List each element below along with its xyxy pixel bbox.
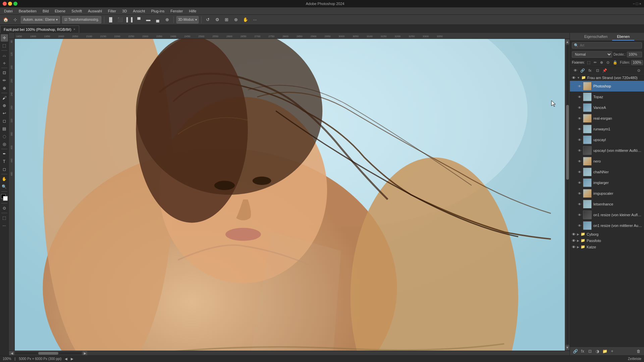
zoom-icon[interactable]: ⊛	[232, 16, 240, 23]
align-right-icon[interactable]: ▌▐	[126, 16, 133, 23]
layer-item-letsenhance[interactable]: 👁 letsenhance	[570, 199, 644, 209]
eye-icon-upscayl-mid[interactable]: 👁	[578, 149, 581, 153]
menu-bild[interactable]: Bild	[40, 8, 51, 14]
menu-fenster[interactable]: Fenster	[168, 8, 185, 14]
blend-mode-select[interactable]: Normal	[572, 51, 612, 58]
settings-icon[interactable]: ⚙	[214, 16, 221, 23]
eye-icon-imglarger[interactable]: 👁	[578, 181, 581, 185]
layer-link-toggle[interactable]: 🔗	[579, 67, 586, 73]
dodge-tool[interactable]: ◎	[1, 140, 8, 148]
align-top-icon[interactable]: ▀	[135, 16, 143, 23]
layer-item-on1-mid[interactable]: 👁 on1 resize (von mittlerer Auflösung)	[570, 220, 644, 231]
auto-select-option[interactable]: Autom. ausw.: Ebene ▾	[21, 16, 60, 23]
pen-tool[interactable]: ✒	[1, 150, 8, 158]
shape-tool[interactable]: ◻	[1, 166, 8, 173]
minimize-button[interactable]	[8, 2, 12, 6]
link-layers-button[interactable]: 🔗	[572, 348, 579, 355]
rotate-icon[interactable]: ↺	[204, 16, 212, 23]
history-brush-tool[interactable]: ↩	[1, 110, 8, 117]
magic-wand-tool[interactable]: ⟡	[1, 59, 8, 67]
3d-mode-dropdown[interactable]: 3D-Modus: ▾	[176, 16, 199, 23]
layer-styles-toggle[interactable]: fx	[587, 67, 593, 73]
scroll-right-button[interactable]: ▶	[83, 351, 87, 356]
menu-3d[interactable]: 3D	[119, 8, 129, 14]
scroll-down-button[interactable]: ▼	[565, 345, 570, 350]
layer-item-upscayl[interactable]: 👁 upscayl	[570, 134, 644, 145]
selection-tool[interactable]: ⬚	[1, 42, 8, 49]
scroll-thumb-h[interactable]	[38, 352, 58, 355]
layer-item-on1-small[interactable]: 👁 on1 resize (von kleiner Auflösung)	[570, 209, 644, 220]
eye-icon-chainner[interactable]: 👁	[578, 170, 581, 174]
eyedropper-tool[interactable]: ✏	[1, 77, 8, 84]
eye-icon-runwaym1[interactable]: 👁	[578, 127, 581, 131]
lock-artboard-button[interactable]: ⊙	[605, 60, 610, 65]
screen-mode-button[interactable]: ⬚	[1, 214, 8, 222]
scroll-up-button[interactable]: ▲	[565, 40, 570, 44]
timeline-label[interactable]: Zeitleiste	[628, 357, 641, 361]
layer-group-katze-header[interactable]: 👁 ▶ 📁 Katze	[570, 244, 644, 250]
layer-group-passfoto-header[interactable]: 👁 ▶ 📁 Passfoto	[570, 237, 644, 244]
delete-layer-button[interactable]: 🗑	[635, 348, 642, 355]
search-input[interactable]	[580, 44, 640, 47]
gradient-tool[interactable]: ▤	[1, 125, 8, 132]
menu-ebene[interactable]: Ebene	[52, 8, 68, 14]
scroll-left-button[interactable]: ◀	[9, 351, 14, 356]
align-center-v-icon[interactable]: ⬛	[116, 16, 124, 23]
background-color[interactable]	[3, 196, 8, 201]
add-layer-button[interactable]: +	[609, 348, 615, 355]
scroll-track-h[interactable]	[15, 352, 82, 355]
eye-icon-group1[interactable]: 👁	[572, 76, 576, 80]
tab-eigenschaften[interactable]: Eigenschaften	[580, 33, 612, 41]
spot-heal-tool[interactable]: ⊕	[1, 84, 8, 92]
lock-all-button[interactable]: 🔒	[612, 60, 619, 65]
add-adjustment-button[interactable]: ◑	[594, 348, 601, 355]
add-style-button[interactable]: fx	[579, 348, 586, 355]
eye-icon-nero[interactable]: 👁	[578, 160, 581, 163]
text-tool[interactable]: T	[1, 158, 8, 165]
extra-options[interactable]: ···	[251, 16, 259, 23]
lock-position-button[interactable]: ⊕	[599, 60, 604, 65]
color-swatches[interactable]	[1, 194, 8, 201]
eye-icon-on1-mid[interactable]: 👁	[578, 224, 581, 228]
layer-pin-toggle[interactable]: 📌	[601, 67, 608, 73]
scroll-track-v[interactable]	[566, 45, 569, 345]
menu-datei[interactable]: Datei	[1, 8, 15, 14]
layer-item-vancea[interactable]: 👁 VanceA	[570, 102, 644, 113]
window-controls[interactable]	[3, 2, 17, 6]
menu-filter[interactable]: Filter	[105, 8, 119, 14]
distribute-icon[interactable]: ⊕	[163, 16, 171, 23]
menu-hilfe[interactable]: Hilfe	[186, 8, 199, 14]
blur-tool[interactable]: ◌	[1, 133, 8, 140]
canvas-viewport[interactable]	[15, 39, 565, 351]
tab-close-button[interactable]: ×	[73, 27, 75, 31]
add-group-button[interactable]: 📁	[601, 348, 608, 355]
eye-icon-group-cyborg[interactable]: 👁	[572, 232, 576, 236]
lock-pixels-button[interactable]: ✏	[593, 60, 598, 65]
add-mask-button[interactable]: ⊡	[587, 348, 593, 355]
brush-tool[interactable]: 🖌	[1, 94, 8, 102]
layer-mask-toggle[interactable]: ⊡	[594, 67, 601, 73]
layer-item-upscayl-mid[interactable]: 👁 upscayl (von mittlerer Auflösung)	[570, 145, 644, 156]
menu-auswahl[interactable]: Auswahl	[85, 8, 105, 14]
menu-schrift[interactable]: Schrift	[69, 8, 85, 14]
navigate-right-icon[interactable]: ▶	[71, 357, 73, 361]
hand-icon[interactable]: ✋	[242, 16, 249, 23]
opacity-input[interactable]	[627, 52, 642, 57]
eye-icon-photoshop[interactable]: 👁	[578, 84, 581, 88]
move-tool-options[interactable]: ⊹	[11, 16, 19, 23]
layer-item-topaz[interactable]: 👁 Topaz	[570, 92, 644, 102]
layer-search-bar[interactable]: 🔍	[572, 42, 642, 49]
layer-item-photoshop[interactable]: 👁 Photoshop	[570, 81, 644, 92]
maximize-button[interactable]	[13, 2, 17, 6]
layer-item-imglarger[interactable]: 👁 imglarger	[570, 177, 644, 188]
lock-transparent-button[interactable]: ⬚	[586, 60, 591, 65]
scrollbar-horizontal[interactable]: ◀ ▶	[9, 351, 570, 355]
tab-ebenen[interactable]: Ebenen	[612, 33, 634, 41]
layer-item-imgupscaler[interactable]: 👁 imgupscaler	[570, 188, 644, 199]
eye-icon-letsenhance[interactable]: 👁	[578, 202, 581, 206]
clone-stamp-tool[interactable]: ⊛	[1, 102, 8, 109]
navigate-left-icon[interactable]: ◀	[65, 357, 67, 361]
quick-mask-tool[interactable]: ⊙	[1, 204, 8, 212]
move-tool[interactable]: ✛	[1, 34, 8, 42]
layer-item-real-esrgan[interactable]: 👁 real-esrgan	[570, 113, 644, 124]
